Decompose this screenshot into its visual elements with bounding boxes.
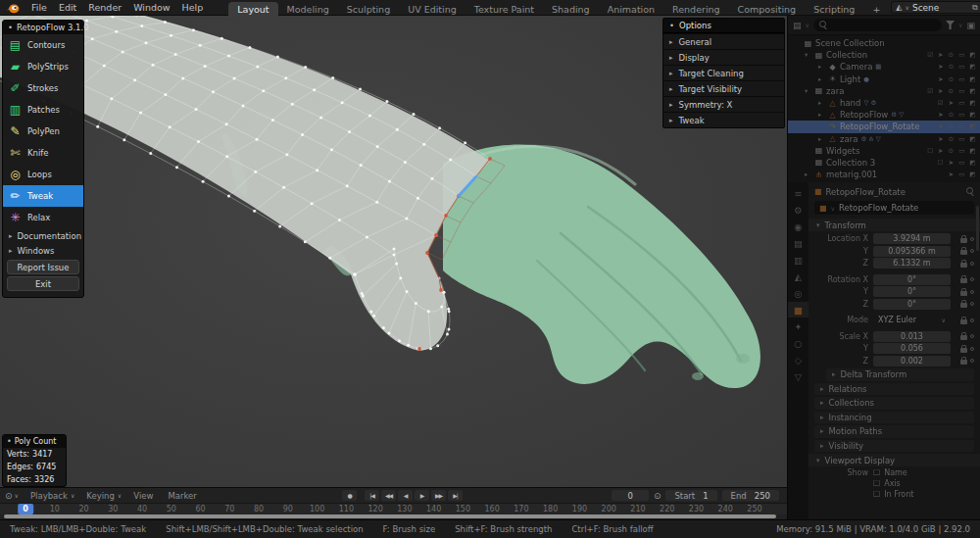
animate-dot-icon[interactable] (970, 302, 974, 306)
play-icon[interactable]: ▶ (415, 490, 429, 501)
property-section-header[interactable]: Instancing (814, 412, 974, 424)
retopoflow-link[interactable]: Windows (3, 243, 83, 258)
auto-keying-record-button[interactable]: ● (342, 490, 357, 501)
outliner-item-label[interactable]: RetopoFlow_Rotate (840, 122, 919, 131)
workspace-tab[interactable]: Animation (599, 2, 663, 16)
lock-icon[interactable] (960, 250, 967, 255)
animate-dot-icon[interactable] (970, 290, 974, 294)
new-collection-icon[interactable]: ▣ (966, 21, 975, 30)
timeline-menu-item[interactable]: View (133, 491, 156, 501)
value-field[interactable]: 0° ∨ (873, 274, 951, 285)
options-section[interactable]: Tweak (663, 113, 784, 127)
tool-settings-icon[interactable]: ⚙ (788, 202, 808, 218)
property-section-header[interactable]: Motion Paths (814, 425, 974, 438)
workspace-tab[interactable]: Layout (228, 2, 277, 16)
properties-scrollbar[interactable] (976, 206, 979, 251)
restriction-toggle-icons[interactable]: ➤ ⊙ ▭ ◩ (938, 135, 977, 143)
animate-dot-icon[interactable] (970, 277, 974, 281)
jump-to-end-icon[interactable]: ▶| (448, 490, 463, 501)
lock-icon[interactable] (960, 360, 967, 365)
restriction-toggle-icons[interactable]: ➤ ▭ ◩ (949, 171, 977, 178)
outliner-item-label[interactable]: metarig.001 (826, 170, 877, 179)
lock-icon[interactable] (960, 319, 967, 324)
physics-properties-icon[interactable]: ○ (788, 335, 808, 351)
expand-arrow-icon[interactable]: ▾ (805, 87, 813, 95)
outliner-row[interactable]: ▦ Scene Collection (788, 37, 980, 49)
end-frame-field[interactable]: End 250 (722, 490, 779, 501)
world-properties-icon[interactable]: ◎ (788, 285, 808, 301)
scene-properties-icon[interactable]: ◭ (788, 269, 808, 284)
object-name-field[interactable]: ■ ∨ RetopoFlow_Rotate (814, 201, 974, 215)
outliner-row[interactable]: ▸ ⋔ metarig.001 ➤ ▭ ◩ (788, 169, 980, 180)
animate-dot-icon[interactable] (970, 347, 974, 351)
transform-section-header[interactable]: Transform (808, 219, 980, 231)
outliner-item-label[interactable]: Collection 3 (826, 158, 875, 168)
jump-to-start-icon[interactable]: |◀ (365, 490, 379, 501)
lock-icon[interactable] (960, 238, 967, 243)
menu-item[interactable]: File (25, 2, 53, 13)
lock-icon[interactable] (960, 263, 967, 268)
options-section[interactable]: Symmetry: X (663, 97, 784, 112)
retopoflow-tool[interactable]: ✐ Strokes (3, 77, 83, 99)
value-field[interactable]: 0° ∨ (873, 286, 951, 297)
expand-arrow-icon[interactable]: ▸ (805, 171, 813, 178)
workspace-tab[interactable]: Rendering (663, 2, 729, 16)
current-frame-field[interactable]: 0 (612, 490, 648, 501)
current-frame-badge[interactable]: 0 (18, 504, 33, 514)
workspace-tab[interactable]: Compositing (729, 2, 806, 16)
restriction-toggle-icons[interactable]: ☑ ➤ ▭ ◩ (938, 99, 977, 107)
outliner-item-label[interactable]: Camera (840, 62, 872, 72)
workspace-tab[interactable]: Texture Paint (466, 2, 543, 16)
search-icon[interactable] (966, 187, 974, 196)
outliner-item-label[interactable]: zara (826, 86, 844, 96)
expand-arrow-icon[interactable]: ▸ (818, 75, 827, 83)
retopoflow-link[interactable]: Documentation (3, 228, 83, 243)
checkbox-icon[interactable]: ☐ (873, 479, 880, 488)
restriction-toggle-icons[interactable]: ☐ ➤ ▭ ◩ (938, 159, 977, 167)
workspace-tab[interactable]: Scripting (805, 2, 863, 16)
property-section-header[interactable]: Delta Transform (826, 368, 974, 381)
value-field[interactable]: 3.9294 m ∨ (873, 233, 951, 244)
expand-arrow-icon[interactable]: ▾ (805, 51, 813, 59)
timeline-ruler[interactable]: 0 10203040506070809010011012013014015016… (0, 503, 787, 514)
scene-selector[interactable]: ◭ ∨ Scene ⧉ × (891, 1, 980, 14)
checkbox-icon[interactable]: ☐ (873, 468, 880, 477)
view-layer-properties-icon[interactable]: ▥ (788, 252, 808, 268)
lock-icon[interactable] (960, 348, 967, 353)
menu-item[interactable]: Help (176, 2, 210, 13)
menu-item[interactable]: Render (82, 2, 127, 13)
animate-dot-icon[interactable] (970, 249, 974, 253)
outliner-search-input[interactable] (813, 19, 942, 31)
animate-dot-icon[interactable] (970, 334, 974, 338)
outliner-item-label[interactable]: Widgets (826, 146, 859, 156)
outliner-item-label[interactable]: Collection (826, 50, 867, 60)
show-checkbox-row[interactable]: ☐ Axis (873, 479, 913, 488)
lock-icon[interactable] (960, 278, 967, 283)
object-data-properties-icon[interactable]: ▽ (788, 368, 808, 384)
animate-dot-icon[interactable] (970, 318, 974, 322)
expand-arrow-icon[interactable]: ▸ (818, 111, 827, 119)
outliner-row[interactable]: ▾ ▦ Collection ☑ ➤ ⊙ ▭ ◩ (788, 49, 980, 61)
scene-name[interactable]: Scene (912, 3, 969, 13)
value-field[interactable]: 0° ∨ (873, 299, 951, 310)
expand-arrow-icon[interactable]: ▸ (818, 135, 827, 143)
outliner-row[interactable]: ▸ ◆ Camera ▦ ➤ ⊙ ▭ ◩ (788, 61, 980, 73)
retopoflow-tool[interactable]: ✳ Relax (3, 207, 83, 228)
timeline-menu-item[interactable]: Marker (168, 491, 199, 501)
retopoflow-tool[interactable]: ✄ Knife (3, 142, 83, 164)
new-scene-icon[interactable]: ⧉ (972, 3, 978, 13)
options-panel-title[interactable]: Options (663, 19, 784, 33)
retopoflow-tool[interactable]: ▰ PolyStrips (3, 56, 83, 77)
outliner-row[interactable]: ▸ △ RetopoFlow ⚙ ▽ ➤ ⊙ ▭ ◩ (788, 109, 980, 121)
property-section-header[interactable]: Relations (814, 383, 974, 396)
jump-prev-keyframe-icon[interactable]: ◀◀ (381, 490, 396, 501)
blender-logo-icon[interactable] (6, 2, 20, 14)
menu-item[interactable]: Edit (53, 2, 82, 13)
property-section-header[interactable]: Collections (814, 397, 974, 410)
value-field[interactable]: XYZ Euler ∨ (873, 315, 951, 325)
viewport-display-header[interactable]: Viewport Display (808, 454, 980, 466)
timeline-scrollbar[interactable] (4, 514, 776, 518)
outliner-row[interactable]: ▸ ☀ Light ● ➤ ⊙ ▭ ◩ (788, 73, 980, 85)
play-reverse-icon[interactable]: ◀ (398, 490, 413, 501)
value-field[interactable]: 0.095366 m ∨ (873, 246, 951, 257)
